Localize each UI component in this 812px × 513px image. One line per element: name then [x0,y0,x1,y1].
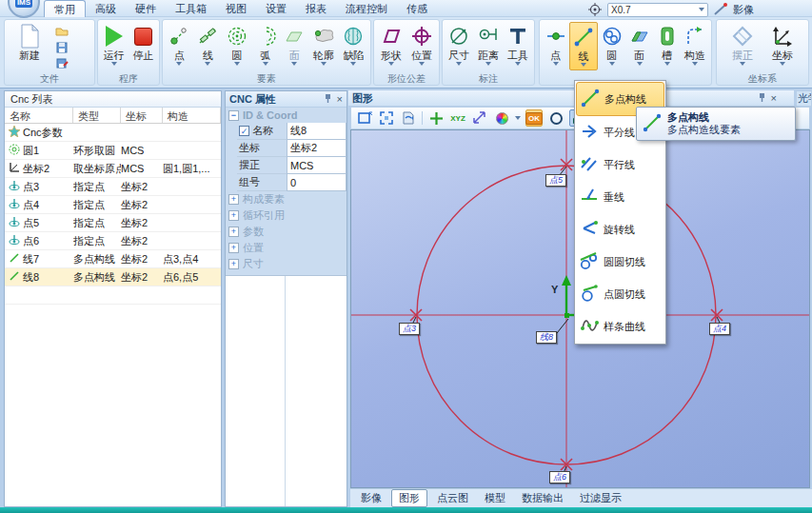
chevron-down-icon[interactable] [515,116,521,123]
section-parameters[interactable]: +参数 [226,224,347,240]
tab-liuchengkongzhi[interactable]: 流程控制 [336,0,397,17]
column-name[interactable]: 名称 [5,108,73,123]
column-construct[interactable]: 构造 [163,108,221,123]
save-icon[interactable] [54,40,69,54]
section-position[interactable]: +位置 [226,240,347,256]
ok-capture-button[interactable]: OK [525,109,543,127]
menu-item-circle-circle-tangent[interactable]: 圆圆切线 [576,246,664,278]
table-row-coord2[interactable]: 坐标2 取坐标原点 MCS 圆1,圆1,... [5,160,221,178]
field-value-input[interactable]: 坐标2 [287,140,347,157]
crosshair-plus-icon[interactable] [427,109,445,127]
table-row-line8-selected[interactable]: 线8 多点构线 坐标2 点6,点5 [5,268,221,286]
tab-point-cloud-view[interactable]: 点云图 [430,490,475,506]
position-tolerance-button[interactable]: 位置 [406,22,437,69]
optical-side-tab[interactable]: 光学 [796,90,812,107]
table-row-point5[interactable]: 点5 指定点 坐标2 [5,214,221,232]
element-line-button[interactable]: 线 [193,22,222,69]
circle-snap-icon[interactable] [547,109,564,127]
pin-icon[interactable] [758,92,766,105]
close-icon[interactable]: × [337,93,343,105]
tab-baobiao[interactable]: 报表 [296,0,336,17]
mirror-view-icon[interactable] [400,109,417,127]
tab-image-view[interactable]: 影像 [354,490,388,506]
checkbox-checked-icon[interactable]: ✓ [239,126,249,136]
xyz-axes-toggle[interactable]: XYZ [449,109,466,127]
section-construct-elements[interactable]: +构成要素 [226,191,347,207]
fit-view-icon[interactable] [356,109,373,127]
table-row-line7[interactable]: 线7 多点构线 坐标2 点3,点4 [5,250,221,268]
image-line-button[interactable]: 线 [569,22,598,70]
new-button[interactable]: 新建 [10,22,49,61]
crosshair-target-icon[interactable] [586,1,604,18]
image-plane-button[interactable]: 面 [625,22,653,70]
tab-data-output-view[interactable]: 数据输出 [515,490,570,506]
element-circle-button[interactable]: 圆 [223,22,251,69]
tab-graphics-view[interactable]: 图形 [391,489,427,507]
menu-item-rotated-line[interactable]: 旋转线 [576,213,664,246]
image-circle-button[interactable]: 圆 [598,22,625,70]
pin-icon[interactable] [324,93,332,106]
field-value-input[interactable]: 0 [287,174,347,191]
section-loop-reference[interactable]: +循环引用 [226,207,347,224]
line8-origin-label[interactable]: 线8 [536,331,557,344]
tab-shitu[interactable]: 视图 [216,0,256,17]
table-row-point4[interactable]: 点4 指定点 坐标2 [5,196,221,214]
shape-tolerance-button[interactable]: 形状 [376,22,406,69]
menu-item-perpendicular-line[interactable]: 垂线 [576,181,664,213]
magnification-combo[interactable]: X0.7 [607,3,708,17]
point6-marker-label[interactable]: 点6 [549,471,570,483]
column-coord[interactable]: 坐标 [121,108,163,123]
tab-changyong[interactable]: 常用 [44,0,86,17]
expand-icon[interactable]: + [228,259,239,269]
align-button[interactable]: 摆正 [725,22,760,69]
tab-filter-display-view[interactable]: 过滤显示 [573,490,628,506]
tab-chuangan[interactable]: 传感 [397,0,437,17]
menu-item-parallel-line[interactable]: 平行线 [576,148,664,181]
element-contour-button[interactable]: 轮廓 [308,22,338,69]
tab-shezhi[interactable]: 设置 [256,0,296,17]
field-value-input[interactable]: MCS [287,157,347,174]
element-defect-button[interactable]: 缺陷 [339,22,368,69]
section-id-coord[interactable]: − ID & Coord [226,108,347,123]
table-row-point6[interactable]: 点6 指定点 坐标2 [5,232,221,250]
expand-icon[interactable]: + [228,243,239,253]
point5-marker-label[interactable]: 点5 [545,174,566,187]
table-row-cnc-params[interactable]: Cnc参数 [5,124,221,142]
expand-icon[interactable]: + [228,210,239,221]
context-tab-label[interactable]: 影像 [733,3,754,17]
section-size[interactable]: +尺寸 [226,256,347,272]
stop-button[interactable]: 停止 [129,22,157,69]
column-type[interactable]: 类型 [73,108,121,123]
pen-probe-icon[interactable] [712,1,729,18]
save-as-icon[interactable] [54,56,69,70]
point3-marker-label[interactable]: 点3 [399,323,420,335]
tab-gaoji[interactable]: 高级 [86,0,126,17]
image-point-button[interactable]: 点 [542,22,569,70]
menu-item-point-circle-tangent[interactable]: 点圆切线 [576,278,664,310]
tab-yingjian[interactable]: 硬件 [126,0,166,17]
coordinate-button[interactable]: 坐标 [765,22,800,69]
image-construct-button[interactable]: 构造 [681,22,709,70]
field-value-input[interactable]: 线8 [287,123,347,140]
tab-gongjuxiang[interactable]: 工具箱 [166,0,216,17]
tools-button[interactable]: 工具 [503,22,532,69]
table-row-circle1[interactable]: 圆1 环形取圆 MCS [5,142,221,160]
element-arc-button[interactable]: 弧 [251,22,280,69]
zoom-extents-icon[interactable] [378,109,395,127]
open-folder-icon[interactable] [54,24,69,38]
run-button[interactable]: 运行 [100,22,128,69]
menu-item-spline-curve[interactable]: 样条曲线 [576,310,664,343]
image-slot-button[interactable]: 槽 [653,22,681,70]
element-plane-button[interactable]: 面 [280,22,308,69]
element-point-button[interactable]: 点 [165,22,193,69]
expand-icon[interactable]: + [228,227,239,237]
table-row-point3[interactable]: 点3 指定点 坐标2 [5,178,221,196]
distance-button[interactable]: 距离 [474,22,504,69]
dimension-button[interactable]: 尺寸 [445,22,474,69]
point4-marker-label[interactable]: 点4 [709,323,730,335]
axes-arrows-icon[interactable] [471,109,488,127]
tab-model-view[interactable]: 模型 [478,490,512,506]
color-wheel-icon[interactable] [493,109,510,127]
collapse-icon[interactable]: − [228,110,239,121]
close-icon[interactable]: × [771,92,777,104]
